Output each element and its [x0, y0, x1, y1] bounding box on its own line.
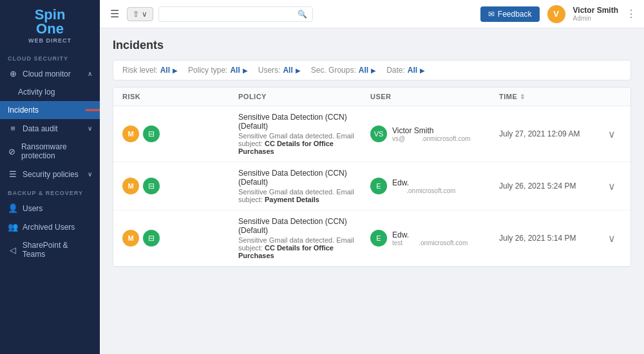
filter-date-label: Date:: [386, 66, 405, 75]
table-row: M ⊟ Sensitive Data Detection (CCN) (Defa…: [113, 106, 630, 162]
logo-area: Spin One WEB DIRECT: [0, 0, 100, 49]
user-avatar: E: [370, 178, 387, 194]
sidebar-item-label: Activity log: [18, 88, 55, 97]
filter-sec-groups-label: Sec. Groups:: [311, 66, 356, 75]
user-avatar: E: [370, 230, 387, 247]
filter-risk-label: Risk level:: [122, 66, 158, 75]
archived-users-icon: 👥: [8, 222, 18, 232]
table-row: M ⊟ Sensitive Data Detection (CCN) (Defa…: [113, 210, 630, 266]
sidebar-item-incidents[interactable]: Incidents: [0, 101, 100, 119]
risk-badge-icon: ⊟: [143, 230, 160, 247]
logo: Spin One: [6, 8, 93, 36]
incidents-table: Risk Policy User Time ⇕ M ⊟ Sensitive Da…: [113, 87, 631, 267]
ransomware-icon: ⊘: [8, 147, 17, 156]
user-name: Victor Smith: [573, 6, 618, 15]
share-icon: ⇧: [133, 10, 139, 19]
content-area: Incidents Risk level: All ▶ Policy type:…: [100, 28, 644, 354]
policy-title: Sensitive Data Detection (CCN) (Default): [238, 169, 370, 187]
filter-date-value: All: [408, 66, 417, 75]
share-button[interactable]: ⇧ ∨: [127, 7, 153, 21]
sidebar-item-sharepoint[interactable]: ◁ SharePoint & Teams: [0, 236, 100, 263]
policy-cell: Sensitive Data Detection (CCN) (Default)…: [238, 169, 370, 203]
sidebar-item-label: Archived Users: [23, 223, 75, 232]
filter-risk-level[interactable]: Risk level: All ▶: [122, 66, 178, 75]
header-expand: [602, 93, 621, 100]
user-cell-name: Victor Smith: [392, 126, 470, 135]
expand-button[interactable]: ∨: [602, 128, 621, 140]
filter-date[interactable]: Date: All ▶: [386, 66, 425, 75]
filter-sec-groups-value: All: [359, 66, 368, 75]
user-role: Admin: [573, 15, 618, 22]
expand-button[interactable]: ∨: [602, 180, 621, 192]
user-cell-email: .onmicrosoft.com: [392, 187, 455, 194]
user-cell-email: vs@ .onmicrosoft.com: [392, 135, 470, 142]
search-box: 🔍: [158, 6, 313, 22]
feedback-button[interactable]: ✉ Feedback: [480, 6, 540, 22]
topbar: ☰ ⇧ ∨ 🔍 ✉ Feedback V Victor Smith Admin …: [100, 0, 644, 28]
feedback-label: Feedback: [498, 10, 532, 19]
time-cell: July 26, 2021 5:24 PM: [499, 182, 602, 191]
risk-badge-icon: ⊟: [143, 126, 160, 142]
risk-badge-m: M: [122, 230, 139, 247]
time-cell: July 26, 2021 5:14 PM: [499, 234, 602, 243]
chevron-icon: ∨: [88, 171, 92, 178]
page-title: Incidents: [113, 39, 631, 52]
sharepoint-icon: ◁: [8, 245, 18, 255]
filter-policy-value: All: [230, 66, 240, 75]
policy-detail: Sensitive Gmail data detected. Email sub…: [238, 188, 370, 203]
sidebar-item-activity-log[interactable]: Activity log: [0, 83, 100, 101]
risk-cell: M ⊟: [122, 126, 238, 142]
header-policy: Policy: [238, 93, 370, 100]
sidebar-item-label: Cloud monitor: [23, 70, 71, 79]
risk-badge-m: M: [122, 126, 139, 142]
time-cell: July 27, 2021 12:09 AM: [499, 129, 602, 138]
more-options-icon[interactable]: ⋮: [626, 8, 636, 20]
main-content: ☰ ⇧ ∨ 🔍 ✉ Feedback V Victor Smith Admin …: [100, 0, 644, 354]
sort-arrow-icon: ⇕: [520, 93, 526, 100]
sidebar-item-ransomware[interactable]: ⊘ Ransomware protection: [0, 138, 100, 165]
sidebar-item-label: Users: [23, 204, 43, 213]
filter-sec-groups[interactable]: Sec. Groups: All ▶: [311, 66, 376, 75]
user-cell-name: Edw.: [392, 230, 468, 239]
policy-cell: Sensitive Data Detection (CCN) (Default)…: [238, 217, 370, 259]
share-chevron-icon: ∨: [142, 10, 147, 19]
sidebar-item-security-policies[interactable]: ☰ Security policies ∨: [0, 165, 100, 183]
user-cell-info: Edw. test .onmicrosoft.com: [392, 230, 468, 247]
sidebar-item-label: Security policies: [23, 170, 79, 179]
risk-cell: M ⊟: [122, 230, 238, 247]
search-input[interactable]: [164, 10, 298, 19]
sidebar-item-label: Incidents: [8, 106, 39, 115]
filter-risk-arrow: ▶: [173, 67, 178, 74]
policy-title: Sensitive Data Detection (CCN) (Default): [238, 217, 370, 235]
user-avatar: VS: [370, 126, 387, 142]
filter-policy-label: Policy type:: [188, 66, 227, 75]
sidebar-item-users[interactable]: 👤 Users: [0, 199, 100, 218]
table-row: M ⊟ Sensitive Data Detection (CCN) (Defa…: [113, 162, 630, 210]
user-cell-info: Victor Smith vs@ .onmicrosoft.com: [392, 126, 470, 142]
filter-risk-value: All: [160, 66, 170, 75]
cloud-monitor-icon: ⊕: [8, 69, 18, 79]
sidebar-item-cloud-monitor[interactable]: ⊕ Cloud monitor ∧: [0, 64, 100, 83]
filter-policy-type[interactable]: Policy type: All ▶: [188, 66, 248, 75]
user-cell: E Edw. test .onmicrosoft.com: [370, 230, 499, 247]
sidebar-item-data-audit[interactable]: ≡ Data audit ∨: [0, 119, 100, 138]
security-policies-icon: ☰: [8, 169, 18, 179]
user-cell-name: Edw.: [392, 178, 455, 187]
users-icon: 👤: [8, 203, 18, 213]
topbar-right: ✉ Feedback V Victor Smith Admin ⋮: [480, 5, 636, 23]
backup-recovery-label: BACKUP & RECOVERY: [0, 183, 100, 199]
filter-users[interactable]: Users: All ▶: [258, 66, 301, 75]
data-audit-icon: ≡: [8, 124, 18, 133]
filter-users-value: All: [283, 66, 292, 75]
expand-button[interactable]: ∨: [602, 232, 621, 245]
policy-title: Sensitive Data Detection (CCN) (Default): [238, 113, 370, 131]
filter-sec-groups-arrow: ▶: [371, 67, 376, 74]
sidebar-item-label: SharePoint & Teams: [23, 241, 92, 259]
header-time[interactable]: Time ⇕: [499, 93, 602, 100]
logo-one-text: One: [36, 21, 64, 37]
hamburger-icon[interactable]: ☰: [108, 5, 122, 23]
search-icon: 🔍: [298, 10, 307, 19]
risk-badge-icon: ⊟: [143, 178, 160, 194]
policy-detail: Sensitive Gmail data detected. Email sub…: [238, 132, 370, 155]
sidebar-item-archived-users[interactable]: 👥 Archived Users: [0, 218, 100, 236]
